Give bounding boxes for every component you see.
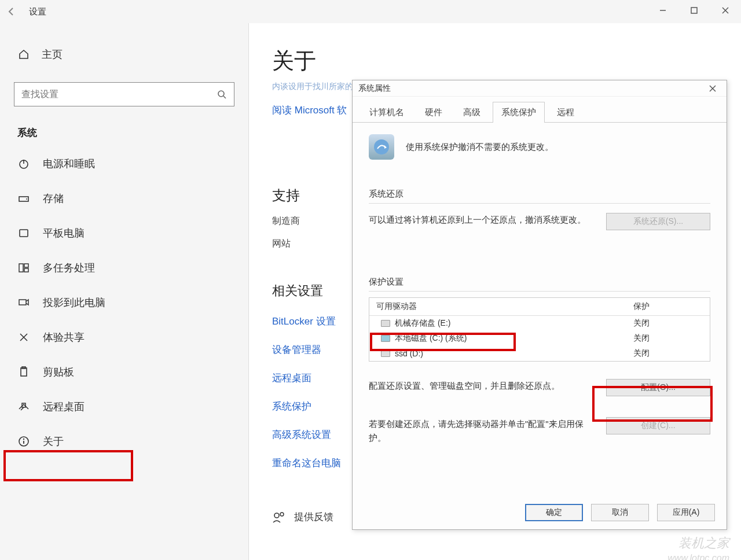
multitask-icon (17, 261, 30, 274)
drive-name: 本地磁盘 (C:) (系统) (395, 333, 467, 344)
share-icon (17, 331, 30, 344)
dialog-footer: 确定 取消 应用(A) (525, 504, 715, 521)
minimize-button[interactable] (647, 0, 678, 21)
svg-point-23 (280, 513, 284, 516)
dialog-titlebar: 系统属性 (353, 80, 727, 97)
dialog-title-text: 系统属性 (358, 83, 391, 94)
col-protection: 保护 (633, 301, 703, 312)
dialog-body: 使用系统保护撤消不需要的系统更改。 系统还原 可以通过将计算机还原到上一个还原点… (353, 123, 727, 456)
sidebar-item-power[interactable]: 电源和睡眠 (0, 146, 248, 181)
restore-group-title: 系统还原 (369, 189, 710, 200)
tablet-icon (17, 227, 30, 240)
sidebar-section-label: 系统 (0, 106, 248, 146)
feedback-icon (272, 511, 285, 524)
sidebar-item-about[interactable]: 关于 (0, 424, 248, 459)
sidebar-item-label: 存储 (43, 191, 64, 205)
ok-button[interactable]: 确定 (525, 504, 583, 521)
close-button[interactable] (710, 0, 741, 21)
back-button[interactable] (5, 5, 19, 19)
feedback-label: 提供反馈 (294, 510, 333, 524)
svg-point-9 (26, 198, 27, 200)
svg-rect-14 (19, 300, 26, 305)
drive-row[interactable]: ssd (D:) 关闭 (369, 346, 710, 361)
dialog-close-button[interactable] (705, 84, 721, 93)
drive-name: 机械存储盘 (E:) (395, 318, 450, 329)
svg-point-4 (218, 91, 224, 97)
config-desc: 配置还原设置、管理磁盘空间，并且删除还原点。 (369, 379, 595, 393)
info-icon (17, 435, 30, 448)
drive-name: ssd (D:) (395, 349, 423, 358)
dialog-tabs: 计算机名 硬件 高级 系统保护 远程 (353, 97, 727, 123)
system-restore-button[interactable]: 系统还原(S)... (606, 213, 710, 230)
window-title: 设置 (29, 6, 46, 17)
svg-rect-10 (20, 230, 28, 237)
drive-icon (381, 335, 390, 342)
tab-system-protection[interactable]: 系统保护 (493, 102, 545, 123)
watermark-url: www.lotpc.com (667, 553, 729, 560)
home-icon (17, 48, 30, 61)
maximize-button[interactable] (678, 0, 710, 21)
svg-rect-17 (21, 368, 27, 376)
search-icon (217, 89, 227, 100)
tab-remote[interactable]: 远程 (548, 102, 583, 123)
svg-rect-12 (24, 264, 28, 267)
sidebar-item-share[interactable]: 体验共享 (0, 320, 248, 355)
clipboard-icon (17, 366, 30, 378)
protection-icon (369, 134, 394, 160)
svg-point-22 (274, 513, 279, 518)
tab-advanced[interactable]: 高级 (454, 102, 489, 123)
sidebar-item-label: 电源和睡眠 (43, 157, 95, 171)
sidebar-item-project[interactable]: 投影到此电脑 (0, 285, 248, 320)
remote-icon (17, 400, 30, 413)
tab-computer-name[interactable]: 计算机名 (361, 102, 413, 123)
drive-status: 关闭 (633, 348, 703, 359)
svg-rect-11 (19, 264, 23, 272)
power-icon (17, 157, 30, 170)
search-input[interactable] (21, 89, 217, 100)
sidebar-item-label: 关于 (43, 434, 64, 448)
svg-line-5 (223, 96, 226, 98)
sidebar-item-clipboard[interactable]: 剪贴板 (0, 355, 248, 389)
sidebar-item-label: 平板电脑 (43, 226, 85, 240)
cancel-button[interactable]: 取消 (591, 504, 649, 521)
drive-table: 可用驱动器 保护 机械存储盘 (E:) 关闭 本地磁盘 (C:) (系统) 关闭… (369, 297, 710, 362)
settings-group-title: 保护设置 (369, 277, 710, 288)
apply-button[interactable]: 应用(A) (657, 504, 715, 521)
drive-row[interactable]: 本地磁盘 (C:) (系统) 关闭 (369, 331, 710, 346)
system-properties-dialog: 系统属性 计算机名 硬件 高级 系统保护 远程 使用系统保护撤消不需要的系统更改… (352, 80, 727, 530)
sidebar-item-label: 多任务处理 (43, 261, 95, 275)
svg-rect-13 (24, 268, 28, 272)
titlebar: 设置 (0, 0, 741, 23)
sidebar-item-storage[interactable]: 存储 (0, 181, 248, 216)
drive-icon (381, 320, 390, 327)
sidebar-item-tablet[interactable]: 平板电脑 (0, 216, 248, 250)
sidebar-item-label: 远程桌面 (43, 400, 85, 414)
svg-rect-1 (691, 8, 697, 13)
page-title: 关于 (272, 46, 718, 76)
sidebar-item-label: 体验共享 (43, 330, 85, 344)
window-controls (647, 0, 741, 21)
sidebar-item-remote[interactable]: 远程桌面 (0, 389, 248, 424)
sidebar-item-label: 剪贴板 (43, 365, 74, 379)
sidebar-home-label: 主页 (42, 47, 63, 61)
protection-description: 使用系统保护撤消不需要的系统更改。 (406, 142, 553, 153)
restore-desc: 可以通过将计算机还原到上一个还原点，撤消系统更改。 (369, 213, 595, 227)
project-icon (17, 296, 30, 309)
configure-button[interactable]: 配置(O)... (606, 379, 710, 396)
storage-icon (17, 192, 30, 205)
tab-hardware[interactable]: 硬件 (416, 102, 451, 123)
sidebar-home[interactable]: 主页 (0, 40, 248, 68)
drive-row[interactable]: 机械存储盘 (E:) 关闭 (369, 316, 710, 331)
search-box[interactable] (14, 82, 234, 106)
svg-point-21 (23, 439, 24, 440)
drive-icon (381, 350, 390, 357)
svg-point-26 (374, 139, 389, 154)
drive-status: 关闭 (633, 333, 703, 344)
sidebar-item-label: 投影到此电脑 (43, 296, 105, 310)
create-button[interactable]: 创建(C)... (606, 417, 710, 434)
sidebar: 主页 系统 电源和睡眠 存储 平板电脑 多任务处理 投影到此电脑 体验共享 剪贴… (0, 23, 249, 560)
col-drive: 可用驱动器 (376, 301, 633, 312)
create-desc: 若要创建还原点，请先选择驱动器并单击"配置"来启用保护。 (369, 417, 595, 445)
sidebar-item-multitask[interactable]: 多任务处理 (0, 250, 248, 285)
drive-status: 关闭 (633, 318, 703, 329)
